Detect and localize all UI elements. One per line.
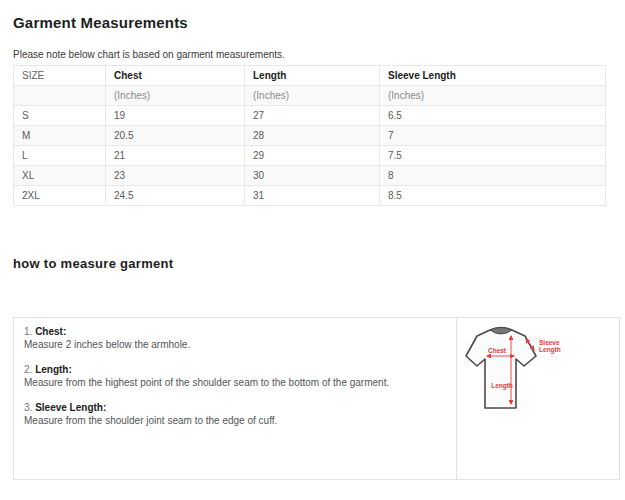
table-header-row: SIZE Chest Length Sleeve Length xyxy=(14,66,606,86)
table-cell: 7 xyxy=(380,126,606,146)
table-cell: XL xyxy=(14,166,106,186)
instruction-label: Sleeve Length: xyxy=(35,402,106,413)
table-cell: 19 xyxy=(106,106,245,126)
column-header-size: SIZE xyxy=(14,66,106,86)
page-container: Garment Measurements Please note below c… xyxy=(0,0,625,480)
instruction-label: Length: xyxy=(35,364,72,375)
column-header-length: Length xyxy=(245,66,380,86)
table-cell: 2XL xyxy=(14,186,106,206)
size-chart-table: SIZE Chest Length Sleeve Length (Inches)… xyxy=(13,65,606,206)
tshirt-diagram: Chest Length Sleeve Length xyxy=(457,318,618,479)
table-cell: 6.5 xyxy=(380,106,606,126)
instruction-text: Measure from the highest point of the sh… xyxy=(24,377,446,389)
table-cell: (Inches) xyxy=(380,86,606,106)
instruction-number: 3. xyxy=(24,402,32,413)
table-cell: S xyxy=(14,106,106,126)
instruction-number: 2. xyxy=(24,364,32,375)
table-cell: (Inches) xyxy=(245,86,380,106)
table-cell: 8.5 xyxy=(380,186,606,206)
tshirt-outline-shape xyxy=(466,328,536,409)
section-title-how-to-measure: how to measure garment xyxy=(13,256,612,272)
sleeve-length-label-line2: Length xyxy=(539,346,561,354)
page-title: Garment Measurements xyxy=(13,14,612,32)
length-arrow-label: Length xyxy=(491,382,513,390)
instruction-label: Chest: xyxy=(35,326,66,337)
measure-instructions-panel: 1. Chest: Measure 2 inches below the arm… xyxy=(13,317,620,480)
table-cell xyxy=(14,86,106,106)
column-header-sleeve-length: Sleeve Length xyxy=(380,66,606,86)
sleeve-length-label-line1: Sleeve xyxy=(539,339,560,346)
instruction-text: Measure 2 inches below the armhole. xyxy=(24,339,446,351)
table-cell: M xyxy=(14,126,106,146)
instruction-chest: 1. Chest: Measure 2 inches below the arm… xyxy=(24,326,446,351)
instruction-number: 1. xyxy=(24,326,32,337)
table-cell: (Inches) xyxy=(106,86,245,106)
instruction-heading: 2. Length: xyxy=(24,364,446,376)
table-cell: 7.5 xyxy=(380,146,606,166)
table-cell: 29 xyxy=(245,146,380,166)
column-header-chest: Chest xyxy=(106,66,245,86)
instruction-text: Measure from the shoulder joint seam to … xyxy=(24,415,446,427)
table-cell: 20.5 xyxy=(106,126,245,146)
table-row-xl: XL 23 30 8 xyxy=(14,166,606,186)
instruction-heading: 1. Chest: xyxy=(24,326,446,338)
measurement-note: Please note below chart is based on garm… xyxy=(13,49,612,60)
table-row-m: M 20.5 28 7 xyxy=(14,126,606,146)
table-row-s: S 19 27 6.5 xyxy=(14,106,606,126)
instructions-list: 1. Chest: Measure 2 inches below the arm… xyxy=(14,318,456,479)
table-row-2xl: 2XL 24.5 31 8.5 xyxy=(14,186,606,206)
instruction-heading: 3. Sleeve Length: xyxy=(24,402,446,414)
table-cell: 28 xyxy=(245,126,380,146)
tshirt-diagram-cell: Chest Length Sleeve Length xyxy=(456,318,619,479)
table-subheader-row: (Inches) (Inches) (Inches) xyxy=(14,86,606,106)
chest-arrow-label: Chest xyxy=(488,347,507,354)
table-cell: 30 xyxy=(245,166,380,186)
table-cell: 23 xyxy=(106,166,245,186)
table-cell: 31 xyxy=(245,186,380,206)
instruction-sleeve-length: 3. Sleeve Length: Measure from the shoul… xyxy=(24,402,446,427)
table-cell: 8 xyxy=(380,166,606,186)
table-row-l: L 21 29 7.5 xyxy=(14,146,606,166)
table-cell: L xyxy=(14,146,106,166)
table-cell: 21 xyxy=(106,146,245,166)
table-cell: 24.5 xyxy=(106,186,245,206)
table-cell: 27 xyxy=(245,106,380,126)
instruction-length: 2. Length: Measure from the highest poin… xyxy=(24,364,446,389)
